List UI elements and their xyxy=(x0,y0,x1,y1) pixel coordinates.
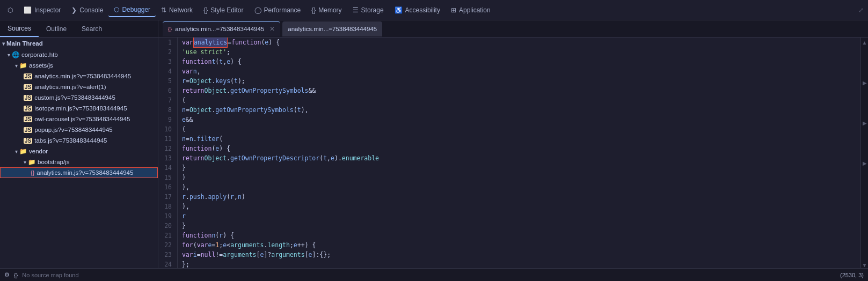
line-number-20: 20 xyxy=(162,221,172,231)
line-number-5: 5 xyxy=(162,76,172,86)
toolbar-accessibility[interactable]: ♿ Accessibility xyxy=(389,4,446,17)
sidebar-item-tabs[interactable]: JS tabs.js?v=7538483444945 xyxy=(0,135,158,146)
sidebar-item-assets-js[interactable]: ▾ 📁 assets/js xyxy=(0,60,158,71)
toolbar-style-editor[interactable]: {} Style Editor xyxy=(198,4,249,17)
sidebar-item-popup[interactable]: JS popup.js?v=7538483444945 xyxy=(0,124,158,135)
js-icon-analytics-alert: JS xyxy=(24,84,32,90)
vendor-arrow: ▾ xyxy=(15,149,18,154)
line-number-21: 21 xyxy=(162,231,172,240)
status-left: ⚙ {} No source map found xyxy=(4,271,79,278)
sidebar-item-vendor[interactable]: ▾ 📁 vendor xyxy=(0,146,158,157)
main-thread-label: Main Thread xyxy=(6,40,43,47)
line-number-16: 16 xyxy=(162,182,172,192)
sidebar-item-isotope[interactable]: JS isotope.min.js?v=7538483444945 xyxy=(0,103,158,114)
code-line-19: r xyxy=(182,211,856,221)
line-number-7: 7 xyxy=(162,95,172,105)
line-number-3: 3 xyxy=(162,57,172,66)
main-area: ▾ Main Thread ▾ 🌐 corporate.htb ▾ 📁 asse… xyxy=(0,38,868,268)
code-content[interactable]: var analytics = function (e) { 'use stri… xyxy=(178,38,860,268)
line-number-12: 12 xyxy=(162,144,172,153)
main-toolbar: ⬡ ⬜ Inspector ❯ Console ⬡ Debugger ⇅ Net… xyxy=(0,0,868,20)
tab-search[interactable]: Search xyxy=(74,20,110,37)
tabs-label: tabs.js?v=7538483444945 xyxy=(34,137,107,144)
toolbar-inspector[interactable]: ⬜ Inspector xyxy=(18,4,66,17)
code-line-23: var i = null != arguments[e] ? arguments… xyxy=(182,250,856,260)
sidebar-item-analytics-alert[interactable]: JS analytics.min.js?v=alert(1) xyxy=(0,82,158,92)
memory-label: Memory xyxy=(318,6,341,14)
scroll-down-button[interactable]: ▼ xyxy=(862,262,867,268)
file-tab-active[interactable]: {} analytics.min...=7538483444945 ✕ xyxy=(163,21,280,36)
analytics-alert-label: analytics.min.js?v=alert(1) xyxy=(34,84,106,90)
toolbar-storage[interactable]: ☰ Storage xyxy=(347,4,389,17)
code-line-20: } xyxy=(182,221,856,231)
line-number-14: 14 xyxy=(162,163,172,173)
code-line-3: function t(t, e) { xyxy=(182,57,856,66)
application-label: Application xyxy=(459,6,491,14)
file-tab-close-button[interactable]: ✕ xyxy=(269,25,275,33)
assets-arrow: ▾ xyxy=(15,63,18,69)
line-number-11: 11 xyxy=(162,134,172,144)
toolbar-pick-element[interactable]: ⬡ xyxy=(2,4,18,17)
toolbar-console[interactable]: ❯ Console xyxy=(66,4,108,17)
source-map-braces: {} xyxy=(14,272,18,278)
performance-label: Performance xyxy=(264,6,301,14)
line-number-13: 13 xyxy=(162,153,172,163)
line-number-4: 4 xyxy=(162,66,172,76)
line-number-24: 24 xyxy=(162,260,172,268)
bootstrap-folder-icon: 📁 xyxy=(28,158,35,166)
code-container: 1234567891011121314151617181920212223242… xyxy=(158,38,860,268)
tab-outline[interactable]: Outline xyxy=(39,20,74,37)
scroll-up-button[interactable]: ▲ xyxy=(862,40,867,46)
line-number-23: 23 xyxy=(162,250,172,260)
network-icon: ⇅ xyxy=(161,6,166,14)
domain-arrow: ▾ xyxy=(8,52,10,58)
toolbar-memory[interactable]: {} Memory xyxy=(306,4,347,17)
toolbar-debugger[interactable]: ⬡ Debugger xyxy=(108,3,156,17)
file-tab-inactive-label: analytics.min...=7538483444945 xyxy=(288,26,377,32)
line-number-6: 6 xyxy=(162,86,172,95)
sidebar-item-domain[interactable]: ▾ 🌐 corporate.htb xyxy=(0,49,158,60)
code-line-24: }; xyxy=(182,260,856,268)
folder-icon: 📁 xyxy=(19,62,27,69)
no-source-map-label: No source map found xyxy=(22,272,78,278)
toolbar-application[interactable]: ⊞ Application xyxy=(446,4,496,17)
toolbar-performance[interactable]: ◯ Performance xyxy=(249,4,307,17)
line-number-18: 18 xyxy=(162,202,172,211)
storage-label: Storage xyxy=(361,6,384,14)
code-line-12: function (e) { xyxy=(182,144,856,153)
code-line-8: n = Object.getOwnPropertySymbols(t), xyxy=(182,105,856,115)
bootstrap-arrow: ▾ xyxy=(24,159,26,165)
debugger-icon: ⬡ xyxy=(114,6,119,13)
js-icon-owl: JS xyxy=(24,116,32,122)
line-number-17: 17 xyxy=(162,192,172,202)
sidebar-item-analytics1[interactable]: JS analytics.min.js?v=7538483444945 xyxy=(0,71,158,82)
scroll-right-2[interactable]: ▶ xyxy=(863,120,867,126)
code-line-18: ), xyxy=(182,202,856,211)
accessibility-icon: ♿ xyxy=(395,6,403,14)
scroll-right-button[interactable]: ▶ xyxy=(863,80,867,86)
line-number-1: 1 xyxy=(162,38,172,47)
sidebar-item-owl-carousel[interactable]: JS owl-carousel.js?v=7538483444945 xyxy=(0,114,158,124)
console-label: Console xyxy=(79,6,103,14)
file-tabs-bar: {} analytics.min...=7538483444945 ✕ anal… xyxy=(158,20,868,37)
sidebar-item-selected-file[interactable]: {} analytics.min.js?v=7538483444945 xyxy=(0,167,158,178)
domain-label: corporate.htb xyxy=(21,51,58,58)
vendor-folder-icon: 📁 xyxy=(19,147,27,155)
tab-sources[interactable]: Sources xyxy=(0,20,39,37)
owl-carousel-label: owl-carousel.js?v=7538483444945 xyxy=(34,116,130,122)
js-icon-analytics1: JS xyxy=(24,73,32,79)
storage-icon: ☰ xyxy=(353,6,359,14)
toolbar-network[interactable]: ⇅ Network xyxy=(156,4,198,17)
sidebar-item-bootstrap[interactable]: ▾ 📁 bootstrap/js xyxy=(0,157,158,167)
file-tab-inactive[interactable]: analytics.min...=7538483444945 xyxy=(282,21,382,36)
application-icon: ⊞ xyxy=(451,6,456,14)
main-thread-header[interactable]: ▾ Main Thread xyxy=(0,38,158,49)
code-line-22: for (var e = 1; e < arguments.length; e+… xyxy=(182,240,856,250)
sidebar-item-custom[interactable]: JS custom.js?v=7538483444945 xyxy=(0,92,158,103)
file-tab-icon: {} xyxy=(168,26,172,32)
line-number-9: 9 xyxy=(162,115,172,124)
expand-toolbar-button[interactable]: ⤢ xyxy=(856,6,866,14)
sub-toolbar: Sources Outline Search {} analytics.min.… xyxy=(0,20,868,38)
line-number-22: 22 xyxy=(162,240,172,250)
scroll-right-3[interactable]: ▶ xyxy=(863,160,867,166)
